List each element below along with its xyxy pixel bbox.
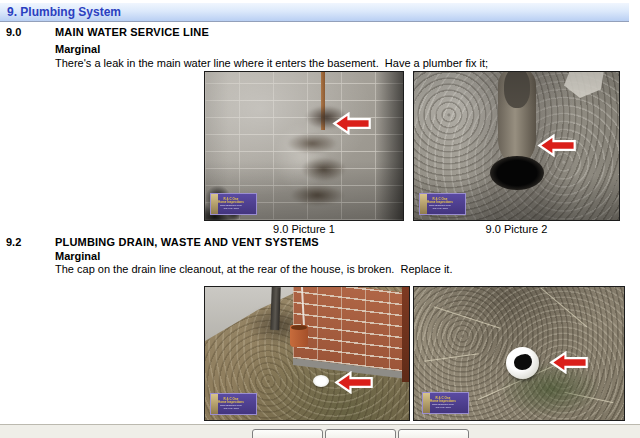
inspector-watermark-badge: R & C One Home Inspections www.randcone.… [419, 193, 466, 215]
item-number: 9.0 [6, 26, 21, 38]
watermark-figure-icon [423, 393, 430, 413]
section-header-bar: 9. Plumbing System [0, 3, 629, 22]
picture-caption: 9.0 Picture 2 [413, 223, 620, 235]
item-number: 9.2 [6, 236, 21, 248]
inspector-watermark-badge: R & C One Home Inspections www.randcone.… [210, 193, 257, 215]
inspector-watermark-badge: R & C One Home Inspections www.randcone.… [210, 393, 257, 415]
cleanout-cap [313, 375, 329, 387]
red-arrow-icon [333, 371, 375, 394]
red-arrow-icon [331, 112, 373, 135]
inspection-photo-pipe-hole[interactable]: R & C One Home Inspections www.randcone.… [413, 71, 620, 221]
item-comment: There's a leak in the main water line wh… [55, 57, 488, 69]
report-page: 9. Plumbing System 9.0 MAIN WATER SERVIC… [0, 0, 640, 438]
watermark-figure-icon [420, 194, 427, 214]
item-comment: The cap on the drain line cleanout, at t… [55, 263, 452, 275]
watermark-line: 405-745-4873 [218, 407, 244, 410]
brick-wall [293, 286, 410, 380]
downspout [270, 287, 280, 330]
wall-corner [402, 287, 410, 382]
inspection-photo-leak-wall[interactable]: R & C One Home Inspections www.randcone.… [204, 71, 404, 221]
dialog-button-2[interactable] [325, 429, 396, 438]
watermark-figure-icon [211, 194, 218, 214]
watermark-line: 405-745-4873 [430, 406, 456, 409]
inspector-watermark-badge: R & C One Home Inspections www.randcone.… [422, 392, 469, 414]
section-header-title: 9. Plumbing System [7, 3, 121, 21]
item-title: MAIN WATER SERVICE LINE [55, 26, 209, 38]
picture-caption: 9.0 Picture 1 [204, 223, 404, 235]
item-rating: Marginal [55, 43, 100, 55]
dialog-button-3[interactable] [398, 429, 469, 438]
item-rating: Marginal [55, 250, 100, 262]
watermark-line: 405-745-4873 [427, 207, 453, 210]
watermark-line: 405-745-4873 [218, 207, 244, 210]
watermark-figure-icon [211, 394, 218, 414]
item-title: PLUMBING DRAIN, WASTE AND VENT SYSTEMS [55, 236, 319, 248]
inspection-photo-cleanout-yard[interactable]: R & C One Home Inspections www.randcone.… [204, 286, 410, 421]
red-arrow-icon [536, 134, 578, 157]
inspection-photo-broken-cap[interactable]: R & C One Home Inspections www.randcone.… [413, 286, 625, 421]
red-arrow-icon [548, 351, 590, 374]
terracotta-pipe [290, 325, 308, 347]
window-bottom-bar [0, 424, 640, 438]
dialog-button-1[interactable] [252, 429, 323, 438]
